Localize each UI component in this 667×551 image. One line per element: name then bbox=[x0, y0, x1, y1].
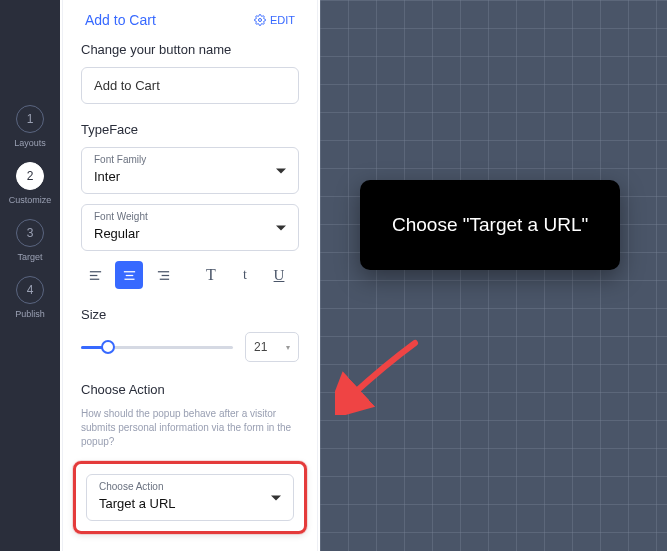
rail-step-customize[interactable]: 2 Customize bbox=[9, 162, 52, 205]
select-value: Regular bbox=[94, 226, 140, 241]
underline-button[interactable]: U bbox=[265, 261, 293, 289]
rail-step-publish[interactable]: 4 Publish bbox=[15, 276, 45, 319]
uppercase-button[interactable]: T bbox=[197, 261, 225, 289]
gear-icon bbox=[254, 14, 266, 26]
svg-point-0 bbox=[258, 19, 261, 22]
align-center-icon bbox=[122, 268, 137, 283]
canvas-grid bbox=[320, 0, 667, 551]
rail-step-label: Customize bbox=[9, 195, 52, 205]
align-center-button[interactable] bbox=[115, 261, 143, 289]
chevron-down-icon bbox=[271, 495, 281, 500]
select-mini-label: Font Family bbox=[94, 154, 286, 165]
rail-step-number: 1 bbox=[16, 105, 44, 133]
rail-step-number: 2 bbox=[16, 162, 44, 190]
choose-action-label: Choose Action bbox=[81, 382, 299, 397]
edit-label: EDIT bbox=[270, 14, 295, 26]
instruction-tooltip: Choose "Target a URL" bbox=[360, 180, 620, 270]
align-left-button[interactable] bbox=[81, 261, 109, 289]
button-name-input[interactable] bbox=[81, 67, 299, 104]
panel-title: Add to Cart bbox=[85, 12, 156, 28]
align-right-icon bbox=[156, 268, 171, 283]
rail-step-number: 3 bbox=[16, 219, 44, 247]
chevron-down-icon bbox=[276, 168, 286, 173]
typeface-label: TypeFace bbox=[81, 122, 299, 137]
change-name-label: Change your button name bbox=[81, 42, 299, 57]
font-family-select[interactable]: Font Family Inter bbox=[81, 147, 299, 194]
select-mini-label: Font Weight bbox=[94, 211, 286, 222]
size-row: 21 ▾ bbox=[81, 332, 299, 362]
choose-action-help: How should the popup behave after a visi… bbox=[81, 407, 299, 449]
slider-thumb[interactable] bbox=[101, 340, 115, 354]
align-left-icon bbox=[88, 268, 103, 283]
rail-step-label: Publish bbox=[15, 309, 45, 319]
highlight-annotation: Choose Action Target a URL bbox=[73, 461, 307, 534]
choose-action-select[interactable]: Choose Action Target a URL bbox=[86, 474, 294, 521]
select-mini-label: Choose Action bbox=[99, 481, 281, 492]
edit-button[interactable]: EDIT bbox=[254, 14, 295, 26]
uppercase-icon: T bbox=[206, 266, 216, 284]
lowercase-button[interactable]: t bbox=[231, 261, 259, 289]
rail-step-number: 4 bbox=[16, 276, 44, 304]
underline-icon: U bbox=[274, 267, 285, 284]
size-label: Size bbox=[81, 307, 299, 322]
chevron-down-icon bbox=[276, 225, 286, 230]
select-value: Inter bbox=[94, 169, 120, 184]
rail-step-label: Target bbox=[17, 252, 42, 262]
align-right-button[interactable] bbox=[149, 261, 177, 289]
size-input[interactable]: 21 ▾ bbox=[245, 332, 299, 362]
rail-step-label: Layouts bbox=[14, 138, 46, 148]
font-weight-select[interactable]: Font Weight Regular bbox=[81, 204, 299, 251]
text-format-toolbar: T t U bbox=[81, 261, 299, 289]
panel-header: Add to Cart EDIT bbox=[81, 0, 299, 42]
customize-panel: Add to Cart EDIT Change your button name… bbox=[60, 0, 320, 551]
size-slider[interactable] bbox=[81, 337, 233, 357]
chevron-down-icon: ▾ bbox=[286, 343, 290, 352]
step-rail: 1 Layouts 2 Customize 3 Target 4 Publish bbox=[0, 0, 60, 551]
rail-step-target[interactable]: 3 Target bbox=[16, 219, 44, 262]
rail-step-layouts[interactable]: 1 Layouts bbox=[14, 105, 46, 148]
lowercase-icon: t bbox=[243, 267, 247, 283]
size-value: 21 bbox=[254, 340, 267, 354]
select-value: Target a URL bbox=[99, 496, 176, 511]
